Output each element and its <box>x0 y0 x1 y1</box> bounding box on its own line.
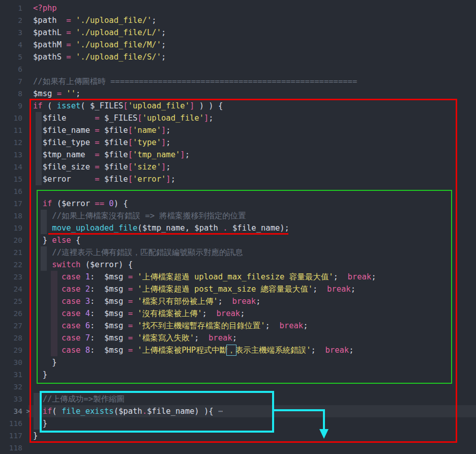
token-unicode-highlighted: ， <box>227 346 235 355</box>
fold-chevron-slot <box>23 149 33 161</box>
code-line[interactable]: 20 } else { <box>0 234 476 246</box>
code-line[interactable]: 16 <box>0 185 476 197</box>
code-line[interactable]: 21 //這裡表示上傳有錯誤，匹配錯誤編號顯示對應的訊息 <box>0 246 476 259</box>
token-keyword: = <box>57 89 62 98</box>
token-string: '' <box>66 89 76 98</box>
code-line[interactable]: 30 } <box>0 356 476 368</box>
code-line[interactable]: 117} <box>0 430 476 442</box>
code-text: $file_size = $file['size']; <box>33 161 171 173</box>
token-plain: ; <box>185 150 190 159</box>
token-keyword: = <box>66 16 71 25</box>
token-keyword: = <box>128 346 133 355</box>
code-text: $file_name = $file['name']; <box>33 124 171 136</box>
code-line[interactable]: 24 case 2: $msg = '上傳檔案超過 post_max_size … <box>0 283 476 295</box>
code-line[interactable]: 19 move_uploaded_file($tmp_name, $path .… <box>0 222 476 234</box>
token-number: 7 <box>85 333 90 343</box>
code-line[interactable]: 5$pathS = './upload_file/S/'; <box>0 51 476 63</box>
token-plain <box>71 28 76 37</box>
code-line[interactable]: 34> if( file_exists($path.$file_name) ){… <box>0 405 476 417</box>
token-plain <box>133 297 137 306</box>
fold-chevron-slot <box>23 2 33 14</box>
token-plain: $error <box>33 175 95 184</box>
code-line[interactable]: 25 case 3: $msg = '檔案只有部份被上傳'; break; <box>0 295 476 307</box>
token-string: '找不到主機端暫存檔案的目錄位置' <box>137 321 265 330</box>
code-line[interactable]: 15 $error = $file['error']; <box>0 173 476 185</box>
code-line[interactable]: 9if ( isset( $_FILES['upload_file'] ) ) … <box>0 100 476 112</box>
code-line[interactable]: 31 } <box>0 368 476 381</box>
code-line[interactable]: 8$msg = ''; <box>0 88 476 100</box>
token-keyword: == <box>95 199 104 208</box>
token-string: './upload_file/L/' <box>76 28 161 37</box>
token-plain <box>33 223 52 233</box>
token-keyword: case <box>62 309 80 318</box>
fold-chevron-slot <box>23 39 33 51</box>
token-plain: ; <box>313 285 327 294</box>
code-line[interactable]: 13 $tmp_name = $file['tmp_name']; <box>0 149 476 161</box>
token-keyword: = <box>95 162 99 172</box>
token-plain: $file <box>100 150 128 159</box>
fold-chevron-slot <box>23 124 33 136</box>
line-number: 3 <box>0 26 23 39</box>
token-number: 1 <box>85 272 90 281</box>
code-line[interactable]: 17 if ($error == 0) { <box>0 197 476 210</box>
token-plain <box>133 272 137 281</box>
token-keyword: = <box>95 150 99 159</box>
code-line[interactable]: 28 case 7: $msg = '檔案寫入失敗'; break; <box>0 332 476 344</box>
fold-chevron-slot <box>23 259 33 271</box>
code-line[interactable]: 29 case 8: $msg = '上傳檔案被PHP程式中斷，表示主機端系統錯… <box>0 344 476 356</box>
code-text: if ( isset( $_FILES['upload_file'] ) ) { <box>33 100 223 112</box>
fold-chevron-slot <box>23 14 33 26</box>
token-keyword: = <box>66 40 71 49</box>
fold-chevron-slot <box>23 430 33 442</box>
token-string: '檔案寫入失敗' <box>137 333 194 343</box>
token-plain: ; <box>334 272 348 281</box>
line-number: 16 <box>0 185 23 197</box>
code-line[interactable]: 26 case 4: $msg = '沒有檔案被上傳'; break; <box>0 307 476 320</box>
code-line[interactable]: 3$pathL = './upload_file/L/'; <box>0 26 476 39</box>
token-string: 'name' <box>133 126 161 135</box>
line-number: 26 <box>0 307 23 320</box>
code-line[interactable]: 18 //如果上傳檔案沒有錯誤 => 將檔案搬移到指定的位置 <box>0 210 476 222</box>
token-plain: $file <box>100 138 128 147</box>
code-line[interactable]: 27 case 6: $msg = '找不到主機端暫存檔案的目錄位置'; bre… <box>0 320 476 332</box>
code-line[interactable]: 33 //上傳成功=>製作縮圖 <box>0 393 476 405</box>
code-line[interactable]: 22 switch ($error) { <box>0 259 476 271</box>
line-number: 18 <box>0 210 23 222</box>
fold-chevron-slot <box>23 283 33 295</box>
code-line[interactable]: 32 <box>0 381 476 393</box>
token-string: 'size' <box>133 162 161 172</box>
code-line[interactable]: 2$path = './upload_file/'; <box>0 14 476 26</box>
fold-chevron-slot <box>23 75 33 88</box>
token-plain: ; <box>256 297 260 306</box>
code-lines-container: 1<?php2$path = './upload_file/';3$pathL … <box>0 2 476 454</box>
token-plain <box>71 16 76 25</box>
fold-chevron-icon[interactable]: > <box>23 405 33 417</box>
code-line[interactable]: 10 $file = $_FILES['upload_file']; <box>0 112 476 124</box>
token-plain: $path <box>33 16 66 25</box>
code-line[interactable]: 6 <box>0 63 476 75</box>
line-number: 25 <box>0 295 23 307</box>
code-editor[interactable]: 1<?php2$path = './upload_file/';3$pathL … <box>0 0 476 454</box>
code-line[interactable]: 23 case 1: $msg = '上傳檔案超過 upload_max_fil… <box>0 271 476 283</box>
code-text: $pathM = './upload_file/M/'; <box>33 39 166 51</box>
code-line[interactable]: 12 $file_type = $file['type']; <box>0 136 476 149</box>
token-comment: //如果有上傳圖檔時 =============================… <box>33 77 357 86</box>
token-plain: ( <box>43 101 57 110</box>
token-keyword: ] <box>166 175 170 184</box>
line-number: 13 <box>0 149 23 161</box>
code-line[interactable]: 7//如果有上傳圖檔時 ============================… <box>0 75 476 88</box>
token-plain: ; <box>152 16 156 25</box>
token-number: 6 <box>85 321 90 330</box>
code-line[interactable]: 14 $file_size = $file['size']; <box>0 161 476 173</box>
code-line[interactable]: 11 $file_name = $file['name']; <box>0 124 476 136</box>
code-line[interactable]: 116 } <box>0 417 476 430</box>
code-line[interactable]: 118 <box>0 442 476 454</box>
token-keyword: [ <box>128 175 133 184</box>
code-line[interactable]: 1<?php <box>0 2 476 14</box>
token-plain <box>133 346 137 355</box>
token-keyword: = <box>128 333 133 343</box>
token-keyword: ] <box>161 162 166 172</box>
code-text: $path = './upload_file/'; <box>33 14 157 26</box>
code-line[interactable]: 4$pathM = './upload_file/M/'; <box>0 39 476 51</box>
token-keyword: = <box>95 114 99 123</box>
